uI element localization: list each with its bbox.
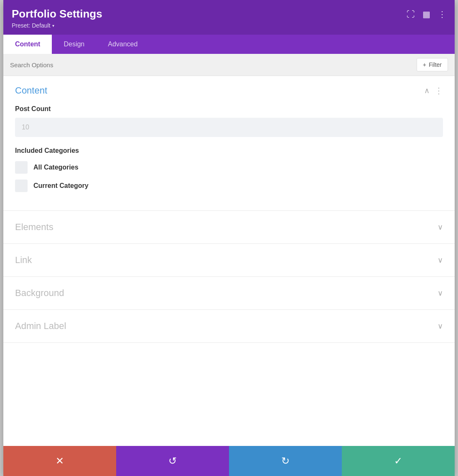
filter-plus-icon: + <box>423 61 426 68</box>
section-admin-label-title: Admin Label <box>15 321 66 332</box>
section-content-title: Content <box>15 85 47 96</box>
tab-advanced[interactable]: Advanced <box>96 35 149 54</box>
current-category-label: Current Category <box>33 182 89 190</box>
section-background-chevron-icon: ∨ <box>438 289 443 298</box>
section-elements-title: Elements <box>15 222 53 233</box>
tab-design[interactable]: Design <box>52 35 96 54</box>
all-categories-label: All Categories <box>33 164 79 171</box>
post-count-input[interactable] <box>15 118 443 137</box>
section-admin-label-chevron-icon: ∨ <box>438 322 443 331</box>
tab-content[interactable]: Content <box>3 35 52 54</box>
section-elements[interactable]: Elements ∨ <box>3 211 455 244</box>
panel-header-left: Portfolio Settings Preset: Default ▾ <box>12 8 102 29</box>
reset-button[interactable]: ↺ <box>116 446 229 476</box>
included-categories-label: Included Categories <box>15 147 443 154</box>
section-link[interactable]: Link ∨ <box>3 244 455 277</box>
section-background[interactable]: Background ∨ <box>3 277 455 310</box>
preset-label: Preset: Default <box>12 22 51 29</box>
section-link-chevron-icon: ∨ <box>438 256 443 265</box>
section-content-chevron-up-icon[interactable]: ∧ <box>424 86 430 95</box>
panel-footer: ✕ ↺ ↻ ✓ <box>3 446 455 476</box>
section-elements-chevron-icon: ∨ <box>438 223 443 232</box>
panel-tabs: Content Design Advanced <box>3 35 455 54</box>
section-content-more-icon[interactable]: ⋮ <box>435 86 443 96</box>
save-icon: ✓ <box>394 455 402 467</box>
all-categories-row: All Categories <box>15 161 443 174</box>
section-admin-label[interactable]: Admin Label ∨ <box>3 310 455 343</box>
more-options-icon[interactable]: ⋮ <box>438 9 446 19</box>
current-category-row: Current Category <box>15 180 443 192</box>
preset-chevron-icon: ▾ <box>52 23 54 28</box>
panel-preset[interactable]: Preset: Default ▾ <box>12 22 102 29</box>
columns-icon[interactable]: ▦ <box>422 9 430 19</box>
search-bar: + Filter <box>3 54 455 76</box>
post-count-label: Post Count <box>15 105 443 113</box>
panel-header-icons: ⛶ ▦ ⋮ <box>407 9 446 19</box>
panel-body: Content ∧ ⋮ Post Count Included Categori… <box>3 76 455 446</box>
section-content-icons: ∧ ⋮ <box>424 86 443 96</box>
redo-icon: ↻ <box>281 455 290 467</box>
section-content-header[interactable]: Content ∧ ⋮ <box>3 76 455 105</box>
portfolio-settings-panel: Portfolio Settings Preset: Default ▾ ⛶ ▦… <box>3 0 455 476</box>
cancel-icon: ✕ <box>56 455 64 467</box>
save-button[interactable]: ✓ <box>342 446 455 476</box>
panel-title: Portfolio Settings <box>12 8 102 20</box>
fullscreen-icon[interactable]: ⛶ <box>407 10 415 19</box>
section-background-title: Background <box>15 288 64 299</box>
cancel-button[interactable]: ✕ <box>3 446 116 476</box>
redo-button[interactable]: ↻ <box>229 446 342 476</box>
current-category-checkbox[interactable] <box>15 180 28 192</box>
section-content-body: Post Count Included Categories All Categ… <box>3 105 455 210</box>
all-categories-checkbox[interactable] <box>15 161 28 174</box>
reset-icon: ↺ <box>168 455 177 467</box>
filter-label: Filter <box>429 61 442 68</box>
section-link-title: Link <box>15 255 32 266</box>
search-input[interactable] <box>10 61 412 68</box>
section-content: Content ∧ ⋮ Post Count Included Categori… <box>3 76 455 211</box>
panel-header: Portfolio Settings Preset: Default ▾ ⛶ ▦… <box>3 0 455 35</box>
filter-button[interactable]: + Filter <box>417 58 448 71</box>
